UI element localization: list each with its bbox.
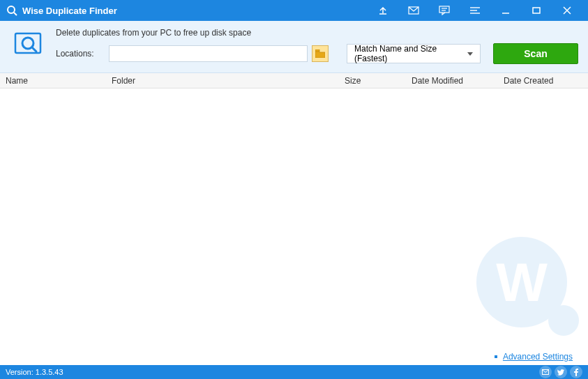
titlebar-actions	[368, 0, 582, 21]
minimize-button[interactable]	[490, 0, 521, 21]
match-mode-value: Match Name and Size (Fastest)	[354, 44, 467, 63]
locations-label: Locations:	[56, 49, 105, 59]
svg-rect-13	[15, 33, 40, 53]
svg-rect-16	[315, 49, 319, 52]
chevron-down-icon	[467, 52, 473, 56]
column-date-created[interactable]: Date Created	[498, 73, 588, 88]
svg-text:W: W	[496, 252, 548, 313]
column-name[interactable]: Name	[0, 73, 106, 88]
scan-button-label: Scan	[524, 48, 547, 59]
menu-icon[interactable]	[460, 0, 490, 21]
bullet-icon	[495, 355, 497, 358]
upgrade-icon[interactable]	[368, 0, 398, 21]
svg-rect-3	[439, 6, 449, 13]
status-bar: Version: 1.3.5.43	[0, 365, 588, 379]
app-title: Wise Duplicate Finder	[22, 6, 368, 16]
search-panel: Delete duplicates from your PC to free u…	[0, 21, 588, 73]
advanced-settings-link[interactable]: Advanced Settings	[503, 352, 573, 362]
panel-description: Delete duplicates from your PC to free u…	[56, 28, 578, 38]
results-header: Name Folder Size Date Modified Date Crea…	[0, 73, 588, 88]
twitter-icon[interactable]	[555, 366, 567, 378]
facebook-icon[interactable]	[570, 366, 582, 378]
column-date-modified[interactable]: Date Modified	[406, 73, 498, 88]
mail-share-icon[interactable]	[539, 366, 552, 378]
advanced-settings-row: Advanced Settings	[0, 348, 588, 365]
app-logo-icon	[6, 4, 18, 17]
watermark-logo-icon: W	[469, 230, 581, 341]
title-bar: Wise Duplicate Finder	[0, 0, 588, 21]
scan-button[interactable]: Scan	[493, 43, 578, 64]
version-label: Version: 1.3.5.43	[6, 368, 536, 376]
column-size[interactable]: Size	[339, 73, 406, 88]
svg-point-0	[8, 6, 15, 13]
match-mode-select[interactable]: Match Name and Size (Fastest)	[347, 44, 481, 63]
column-folder[interactable]: Folder	[106, 73, 339, 88]
close-button[interactable]	[552, 0, 582, 21]
magnifier-icon	[13, 29, 43, 60]
locations-input[interactable]	[109, 45, 308, 62]
svg-line-15	[32, 47, 36, 52]
browse-folder-button[interactable]	[312, 45, 329, 62]
svg-rect-10	[533, 8, 540, 13]
maximize-button[interactable]	[521, 0, 552, 21]
svg-line-1	[14, 13, 17, 15]
mail-icon[interactable]	[398, 0, 429, 21]
feedback-icon[interactable]	[429, 0, 460, 21]
results-list: W	[0, 88, 588, 348]
svg-point-19	[548, 305, 579, 336]
